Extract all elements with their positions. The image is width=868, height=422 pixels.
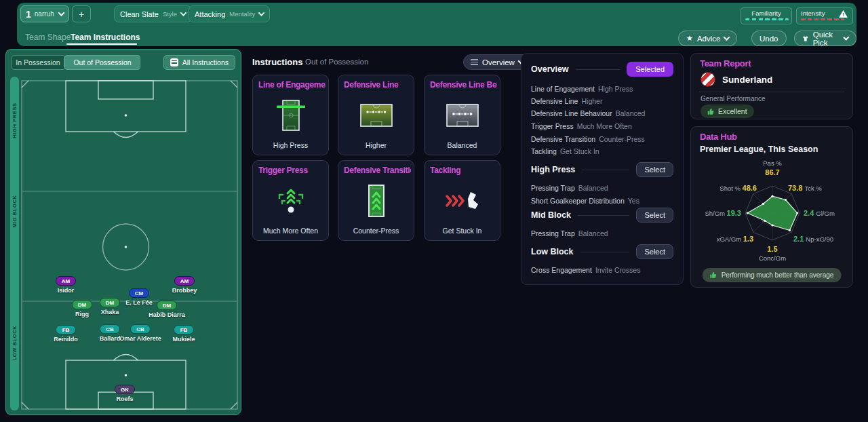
svg-text:Sh/Gm 19.3: Sh/Gm 19.3 [705,209,741,217]
position-badge: FB [56,325,76,334]
tab-team-instructions[interactable]: Team Instructions [71,33,140,42]
team-name[interactable]: Sunderland [722,75,772,85]
tactic-selector[interactable]: 1 narruh [20,5,69,22]
line-behaviour-icon [425,93,500,138]
performance-summary-badge: Performing much better than average [703,268,842,282]
card-trigger-press[interactable]: Trigger Press Much More Often [252,160,329,241]
zone-label-low-block: LOW BLOCK [12,314,18,372]
position-badge: AM [174,276,195,286]
overview-row: Defensive Line BehaviourBalanced [531,109,673,117]
radar-chart: Pas %86.773.8 Tck %2.4 Gl/Gm2.1 Np-xG/90… [691,157,854,267]
overview-title: Overview [531,64,569,74]
low-block-select-button[interactable]: Select [636,244,673,259]
card-defensive-line[interactable]: Defensive Line Higher [338,75,414,155]
overview-selected-button[interactable]: Selected [627,62,673,77]
data-hub-subtitle: Premier League, This Season [700,145,818,154]
position-badge: FB [174,325,194,334]
quick-pick-button[interactable]: Quick Pick [794,31,856,46]
zone-label-mid-block: MID BLOCK [12,183,18,241]
svg-text:2.1 Np-xG/90: 2.1 Np-xG/90 [793,235,833,243]
card-defensive-transition[interactable]: Defensive Transition Counter-Press [338,160,414,241]
hamburger-icon [471,59,478,65]
player-mukiele[interactable]: FB Mukiele [151,322,216,343]
defensive-line-icon [338,93,414,138]
instructions-subtitle: Out of Possession [305,58,368,66]
zone-label-high-press: HIGH PRESS [12,92,18,150]
tackling-icon [425,178,500,223]
intensity-meter: Intensity ! [796,7,853,24]
overview-row: TacklingGet Stuck In [531,147,673,155]
data-hub-panel: Data Hub Premier League, This Season Pas… [690,126,853,288]
style-dropdown[interactable]: Clean Slate Style [114,5,192,22]
svg-text:1.5: 1.5 [767,245,777,253]
mentality-dropdown[interactable]: Attacking Mentality [189,5,270,22]
mid-block-select-button[interactable]: Select [636,208,673,223]
position-badge: DM [157,301,177,310]
out-of-possession-button[interactable]: Out of Possession [64,55,140,70]
svg-text:Conc/Gm: Conc/Gm [759,254,786,262]
add-tactic-button[interactable]: + [72,5,91,22]
tactic-number: 1 [26,9,31,20]
club-crest-icon [701,72,715,87]
thumbs-up-icon [710,271,717,279]
card-defensive-line-behaviour[interactable]: Defensive Line Behaviour Balanced [424,75,500,155]
overview-panel: Overview Selected Line of EngagementHigh… [521,53,684,285]
performance-rating-badge: Excellent [701,104,754,118]
position-badge: DM [100,298,120,307]
card-tackling[interactable]: Tackling Get Stuck In [424,160,500,241]
team-report-panel: Team Report Sunderland General Performan… [690,53,853,119]
overview-row: Pressing TrapBalanced [531,184,673,192]
svg-text:Shot % 48.6: Shot % 48.6 [719,184,757,192]
active-tab-underline [66,43,137,45]
undo-button[interactable]: Undo [751,31,787,46]
shirt-icon [802,35,809,43]
section-low-block: Low Block Select [531,244,673,259]
team-report-title: Team Report [700,58,751,69]
overview-row: Defensive LineHigher [531,97,673,105]
pitch-panel: In Possession Out of Possession All Inst… [5,49,241,415]
player-isidor[interactable]: AM Isidor [33,273,98,294]
player-roefs[interactable]: GK Roefs [92,382,157,402]
press-zone-strip: HIGH PRESS MID BLOCK LOW BLOCK [10,77,19,410]
svg-text:73.8 Tck %: 73.8 Tck % [788,184,822,192]
pitch-field [20,79,239,410]
chevron-down-icon [58,9,65,16]
top-bar: 1 narruh + Clean Slate Style Attacking M… [17,3,856,46]
divider [576,69,620,70]
overview-row: Line of EngagementHigh Press [531,85,673,93]
star-icon: ★ [686,34,693,43]
overview-row: Pressing TrapBalanced [531,229,673,237]
player-habib-diarra[interactable]: DM Habib Diarra [134,298,199,318]
chevron-down-icon [258,9,265,16]
tab-team-shape[interactable]: Team Shape [25,33,71,42]
player-xhaka[interactable]: DM Xhaka [77,295,142,315]
team-instructions-screen: 1 narruh + Clean Slate Style Attacking M… [0,0,868,422]
engagement-line-icon [253,93,328,138]
tactic-name: narruh [35,10,56,18]
in-possession-button[interactable]: In Possession [12,55,64,70]
overview-row: Trigger PressMuch More Often [531,122,673,130]
instructions-list-icon [170,58,178,66]
svg-text:2.4 Gl/Gm: 2.4 Gl/Gm [804,209,835,217]
familiarity-meter: Familiarity [741,7,792,24]
trigger-press-icon [253,178,328,223]
overview-row: Cross EngagementInvite Crosses [531,266,673,274]
instructions-title: Instructions [252,57,302,67]
overview-row: Short Goalkeeper DistributionYes [531,197,673,205]
overview-row: Defensive TransitionCounter-Press [531,135,673,143]
position-badge: CB [130,324,151,334]
all-instructions-button[interactable]: All Instructions [163,55,235,70]
svg-text:86.7: 86.7 [765,168,779,176]
advice-button[interactable]: ★ Advice [678,31,737,46]
section-high-press: High Press Select [531,162,673,177]
card-line-of-engagement[interactable]: Line of Engagement High Press [252,75,329,155]
section-mid-block: Mid Block Select [531,208,673,223]
divider [580,252,630,252]
divider [699,92,844,92]
position-badge: GK [115,385,135,394]
position-badge: AM [56,276,76,286]
intensity-dashes [801,18,844,20]
transition-icon [338,178,414,223]
high-press-select-button[interactable]: Select [636,162,673,177]
svg-text:Pas %: Pas % [763,159,782,167]
